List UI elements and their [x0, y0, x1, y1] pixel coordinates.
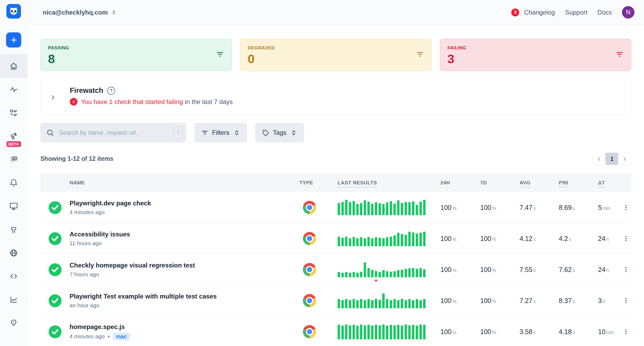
search-box[interactable]: /	[40, 123, 186, 142]
filters-button[interactable]: Filters	[194, 123, 247, 142]
sidebar-item-alerts[interactable]	[0, 171, 27, 194]
results-bar-chart[interactable]	[338, 200, 426, 215]
kebab-menu[interactable]	[621, 328, 631, 335]
activity-icon	[9, 85, 18, 94]
checkly-logo[interactable]	[6, 4, 21, 19]
check-name: Checkly homepage visual regression test	[70, 262, 287, 269]
passing-status-icon	[48, 294, 62, 308]
sidebar-item-cli[interactable]	[0, 265, 27, 288]
expand-chevron-icon[interactable]	[50, 94, 56, 102]
help-icon[interactable]: ?	[107, 87, 115, 95]
table-body: Playwright.dev page check 4 minutes ago …	[40, 192, 631, 346]
checklist-icon	[9, 109, 18, 117]
avatar[interactable]: N	[622, 6, 634, 19]
prev-page-button[interactable]	[593, 153, 606, 165]
home-icon	[9, 62, 18, 71]
status-card-count: 8	[48, 53, 224, 65]
metric-7d: 100%	[474, 266, 513, 274]
kebab-menu[interactable]	[621, 297, 631, 304]
metric-delta-t: 24h	[591, 235, 621, 243]
chrome-browser-icon	[303, 201, 316, 214]
metric-avg: 7.27s	[513, 297, 552, 305]
sidebar-item-activity[interactable]	[0, 78, 27, 101]
pin-icon	[9, 319, 18, 327]
next-page-button[interactable]	[618, 153, 631, 165]
sidebar-item-logs[interactable]	[0, 148, 27, 171]
filter-icon[interactable]	[216, 50, 224, 59]
col-p95[interactable]: P95	[552, 180, 591, 186]
tags-button[interactable]: Tags	[255, 123, 304, 142]
results-bar-chart[interactable]	[338, 324, 426, 339]
current-page: 1	[606, 153, 618, 165]
create-new-button[interactable]	[6, 32, 21, 47]
status-card-failing[interactable]: FAILING 3	[440, 39, 631, 71]
chrome-browser-icon	[303, 263, 316, 276]
sidebar-item-status-pages[interactable]	[0, 311, 27, 335]
pagination: 1	[593, 153, 631, 165]
metric-delta-t: 5min	[591, 204, 621, 211]
kebab-menu[interactable]	[621, 235, 631, 242]
sidebar-item-dashboards[interactable]	[0, 194, 27, 218]
sidebar-item-analytics[interactable]	[0, 288, 27, 311]
col-avg[interactable]: AVG	[513, 180, 552, 186]
check-row[interactable]: Accessibility issues 11 hours ago 100% 1…	[40, 223, 631, 254]
check-last-run: 7 hours ago	[70, 271, 287, 278]
results-bar-chart[interactable]	[338, 262, 426, 277]
results-bar-chart[interactable]	[338, 293, 426, 308]
check-name-cell[interactable]: homepage.spec.js 4 minutes ago•mac	[70, 323, 287, 340]
sidebar-item-maintenance[interactable]	[0, 218, 27, 241]
kebab-menu[interactable]	[621, 266, 631, 273]
results-count: Showing 1-12 of 12 items	[40, 155, 113, 162]
nav-link-docs[interactable]: Docs	[597, 9, 612, 16]
chrome-browser-icon	[303, 232, 316, 245]
filter-icon[interactable]	[616, 50, 624, 59]
col-last-results[interactable]: LAST RESULTS	[319, 180, 434, 186]
sidebar-item-home[interactable]	[0, 54, 27, 78]
check-name-cell[interactable]: Checkly homepage visual regression test …	[70, 262, 287, 278]
tag-icon	[262, 129, 269, 136]
kebab-menu[interactable]	[621, 204, 631, 211]
results-bar-chart[interactable]	[338, 231, 426, 246]
status-card-degraded[interactable]: DEGRADED 0	[240, 39, 431, 71]
sidebar-item-explore[interactable]: BETA	[0, 124, 27, 148]
check-name-cell[interactable]: Accessibility issues 11 hours ago	[70, 231, 287, 246]
account-switcher[interactable]: nica@checklyhq.com	[43, 9, 117, 16]
search-input[interactable]	[58, 129, 169, 137]
beta-badge: BETA	[6, 141, 21, 147]
code-icon	[9, 272, 18, 281]
check-name-cell[interactable]: Playwright.dev page check 4 minutes ago	[70, 200, 287, 215]
metric-avg: 7.55s	[513, 266, 552, 274]
filter-icon[interactable]	[416, 50, 424, 59]
passing-status-icon	[48, 263, 62, 277]
failure-dot	[375, 279, 377, 282]
check-row[interactable]: Playwright.dev page check 4 minutes ago …	[40, 192, 631, 223]
chart-icon	[9, 295, 18, 304]
firewatch-body: Firewatch ? ✕ You have 1 check that star…	[70, 87, 631, 106]
status-card-label: PASSING	[48, 45, 224, 51]
sidebar-item-checks[interactable]	[0, 101, 27, 124]
check-row[interactable]: Checkly homepage visual regression test …	[40, 254, 631, 285]
col-24h: 24H	[434, 180, 474, 186]
filter-icon	[201, 129, 208, 136]
status-card-count: 0	[248, 53, 424, 65]
nav-link-changelog[interactable]: Changelog	[524, 9, 555, 16]
nav-link-support[interactable]: Support	[565, 9, 587, 16]
check-last-run: an hour ago	[70, 302, 287, 309]
chrome-browser-icon	[303, 325, 316, 338]
check-last-run: 4 minutes ago	[70, 209, 287, 215]
topbar: nica@checklyhq.com 3 ChangelogSupportDoc…	[28, 0, 644, 25]
firewatch-message-rest: in the last 7 days	[183, 98, 233, 105]
check-row[interactable]: Playwright Test example with multiple te…	[40, 285, 631, 316]
metric-24h: 100%	[434, 297, 474, 305]
sidebar-item-private-locations[interactable]	[0, 241, 27, 265]
status-card-passing[interactable]: PASSING 8	[40, 39, 232, 71]
chevron-updown-icon	[290, 129, 297, 136]
col--t[interactable]: ΔT	[591, 180, 621, 186]
col-type: TYPE	[287, 180, 319, 186]
metric-24h: 100%	[434, 235, 474, 243]
monitor-icon	[9, 202, 18, 211]
metric-delta-t: 3h	[591, 297, 621, 305]
check-row[interactable]: homepage.spec.js 4 minutes ago•mac 100% …	[40, 316, 631, 346]
plus-icon	[10, 36, 18, 44]
check-name-cell[interactable]: Playwright Test example with multiple te…	[70, 293, 287, 309]
